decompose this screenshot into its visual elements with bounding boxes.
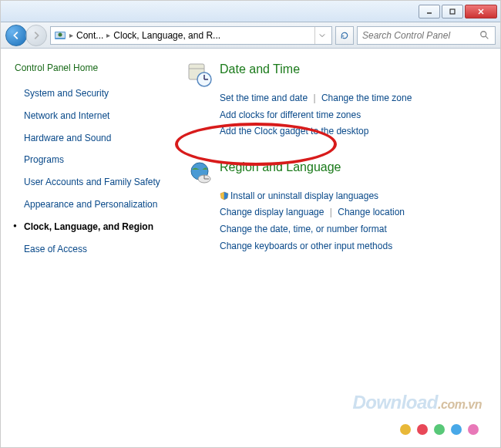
- svg-rect-1: [450, 9, 455, 14]
- search-input[interactable]: [362, 30, 479, 41]
- watermark-dots: [400, 424, 479, 435]
- globe-icon: [187, 160, 212, 185]
- date-time-heading[interactable]: Date and Time: [220, 62, 300, 76]
- link-change-keyboards[interactable]: Change keyboards or other input methods: [220, 241, 392, 251]
- search-box[interactable]: [357, 26, 496, 45]
- link-change-time-zone[interactable]: Change the time zone: [321, 93, 412, 103]
- link-install-uninstall-languages[interactable]: Install or uninstall display languages: [230, 190, 378, 201]
- svg-line-8: [486, 35, 489, 39]
- dot: [400, 424, 411, 435]
- forward-button[interactable]: [25, 25, 47, 46]
- sidebar-item-user-accounts[interactable]: User Accounts and Family Safety: [15, 176, 166, 189]
- maximize-button[interactable]: [442, 5, 463, 19]
- clock-icon: [187, 62, 212, 87]
- minimize-button[interactable]: [419, 5, 440, 19]
- refresh-button[interactable]: [335, 26, 354, 45]
- dot: [468, 424, 479, 435]
- link-set-time-date[interactable]: Set the time and date: [220, 93, 308, 103]
- breadcrumb-sep-icon: ▸: [69, 31, 73, 39]
- sidebar-item-hardware[interactable]: Hardware and Sound: [15, 132, 166, 145]
- svg-point-7: [481, 31, 486, 36]
- breadcrumb-item[interactable]: Cont...: [76, 30, 103, 41]
- window-titlebar: [1, 1, 500, 22]
- control-panel-icon: [54, 29, 66, 42]
- dot: [434, 424, 445, 435]
- link-add-clock-gadget[interactable]: Add the Clock gadget to the desktop: [220, 126, 368, 136]
- breadcrumb-sep-icon: ▸: [106, 31, 110, 39]
- address-bar[interactable]: ▸ Cont... ▸ Clock, Language, and R...: [50, 26, 332, 45]
- section-date-time: Date and Time Set the time and date | Ch…: [187, 62, 485, 140]
- breadcrumb-item[interactable]: Clock, Language, and R...: [113, 30, 220, 41]
- control-panel-home-link[interactable]: Control Panel Home: [15, 62, 166, 73]
- link-change-display-language[interactable]: Change display language: [220, 207, 324, 217]
- section-region-language: Region and Language Install or uninstall…: [187, 160, 485, 254]
- link-change-date-format[interactable]: Change the date, time, or number format: [220, 224, 387, 234]
- svg-point-6: [59, 32, 62, 36]
- shield-icon: [220, 191, 229, 200]
- sidebar-item-appearance[interactable]: Appearance and Personalization: [15, 198, 166, 211]
- dot: [417, 424, 428, 435]
- link-change-location[interactable]: Change location: [338, 207, 405, 217]
- close-button[interactable]: [465, 5, 497, 19]
- search-icon: [479, 30, 490, 41]
- link-divider: |: [313, 93, 315, 103]
- region-language-heading[interactable]: Region and Language: [220, 160, 341, 174]
- address-dropdown[interactable]: [314, 27, 328, 44]
- link-add-clocks[interactable]: Add clocks for different time zones: [220, 109, 361, 120]
- sidebar-item-clock-language-region[interactable]: Clock, Language, and Region: [15, 221, 166, 234]
- sidebar-item-ease-of-access[interactable]: Ease of Access: [15, 243, 166, 256]
- navigation-bar: ▸ Cont... ▸ Clock, Language, and R...: [1, 22, 500, 49]
- sidebar-item-network[interactable]: Network and Internet: [15, 109, 166, 123]
- link-divider: |: [330, 207, 332, 217]
- main-panel: Date and Time Set the time and date | Ch…: [172, 49, 500, 447]
- dot: [451, 424, 462, 435]
- back-button[interactable]: [5, 25, 27, 46]
- sidebar-item-system-security[interactable]: System and Security: [15, 87, 166, 100]
- content-area: Control Panel Home System and Security N…: [1, 49, 500, 447]
- sidebar: Control Panel Home System and Security N…: [1, 49, 172, 447]
- sidebar-item-programs[interactable]: Programs: [15, 153, 166, 167]
